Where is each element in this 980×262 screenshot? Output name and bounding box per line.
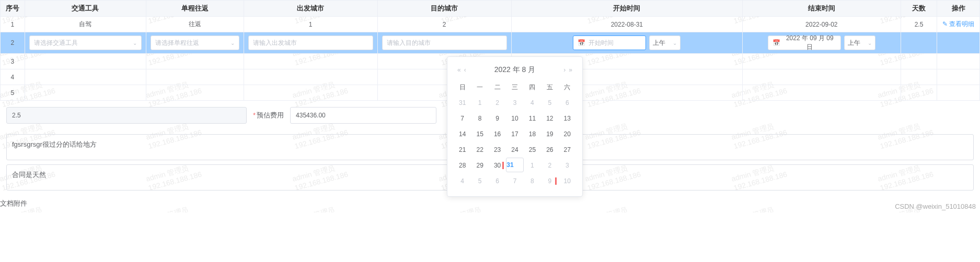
cell-seq: 1 xyxy=(1,17,25,32)
th-op: 操作 xyxy=(937,1,980,17)
transport-select[interactable]: 请选择交通工具⌄ xyxy=(29,35,142,50)
end-date-input[interactable]: 📅 2022 年 09 月 09 日 xyxy=(768,35,841,50)
cell-days: 2.5 xyxy=(901,17,937,32)
date-picker-popup: « ‹ 2022 年 8 月 › » 日一二三四五六 3112345678910… xyxy=(447,56,583,197)
date-cell[interactable]: 26 xyxy=(541,142,558,158)
date-cell[interactable]: 21 xyxy=(454,142,471,158)
date-cell[interactable]: 16 xyxy=(489,126,506,142)
next-month-button[interactable]: › xyxy=(562,66,567,74)
th-roundtrip: 单程往返 xyxy=(146,1,244,17)
start-ampm-select[interactable]: 上午⌄ xyxy=(649,35,681,50)
th-end-time: 结束时间 xyxy=(742,1,901,17)
date-cell[interactable]: 12 xyxy=(541,111,558,126)
date-cell[interactable]: 10 xyxy=(506,111,523,126)
prev-month-button[interactable]: ‹ xyxy=(463,66,468,74)
roundtrip-select[interactable]: 请选择单程往返⌄ xyxy=(151,35,239,50)
table-row[interactable]: 1 自驾 往返 1 2 2022-08-31 2022-09-02 2.5 ✎ … xyxy=(1,17,980,32)
dow-header: 日 xyxy=(454,80,471,95)
date-cell[interactable]: 1 xyxy=(524,158,541,173)
date-cell[interactable]: 31 xyxy=(506,158,523,172)
cell-roundtrip: 往返 xyxy=(146,17,244,32)
cell-op xyxy=(937,32,980,54)
date-cell[interactable]: 6 xyxy=(489,173,506,189)
prev-year-button[interactable]: « xyxy=(456,66,463,74)
date-cell[interactable]: 13 xyxy=(559,111,576,126)
calendar-icon: 📅 xyxy=(578,39,585,46)
date-cell[interactable]: 24 xyxy=(506,142,523,158)
chevron-down-icon: ⌄ xyxy=(133,40,137,46)
date-cell[interactable]: 17 xyxy=(506,126,523,142)
chevron-down-icon: ⌄ xyxy=(868,40,872,46)
fee-input[interactable]: 435436.00 xyxy=(290,107,436,124)
date-cell[interactable]: 11 xyxy=(524,111,541,126)
date-cell[interactable]: 20 xyxy=(559,126,576,142)
date-cell[interactable]: 22 xyxy=(471,142,488,158)
date-cell[interactable]: 4 xyxy=(454,173,471,189)
date-cell[interactable]: 2 xyxy=(489,95,506,111)
date-cell[interactable]: 15 xyxy=(471,126,488,142)
fee-label: *预估费用 xyxy=(253,111,284,120)
date-cell[interactable]: 7 xyxy=(454,111,471,126)
cell-start: 2022-08-31 xyxy=(511,17,742,32)
date-cell[interactable]: 30 xyxy=(489,158,506,173)
date-cell[interactable]: 10 xyxy=(559,173,576,189)
cell-end: 2022-09-02 xyxy=(742,17,901,32)
cell-seq: 4 xyxy=(1,69,25,85)
attachment-label: 文档附件 xyxy=(0,195,980,212)
date-cell[interactable]: 2 xyxy=(541,158,558,173)
date-cell[interactable]: 4 xyxy=(524,95,541,111)
th-depart-city: 出发城市 xyxy=(244,1,377,17)
dow-header: 六 xyxy=(559,80,576,95)
cell-seq: 2 xyxy=(1,32,25,54)
th-transport: 交通工具 xyxy=(25,1,146,17)
th-seq: 序号 xyxy=(1,1,25,17)
date-cell[interactable]: 18 xyxy=(524,126,541,142)
dow-header: 三 xyxy=(506,80,523,95)
start-date-input[interactable]: 📅 开始时间 xyxy=(573,35,646,50)
next-year-button[interactable]: » xyxy=(567,66,574,74)
th-dest-city: 目的城市 xyxy=(377,1,511,17)
cell-seq: 5 xyxy=(1,85,25,101)
date-cell[interactable]: 1 xyxy=(471,95,488,111)
date-cell[interactable]: 29 xyxy=(471,158,488,173)
table-row[interactable]: 2 请选择交通工具⌄ 请选择单程往返⌄ 请输入出发城市 请输入目的城市 📅 开始… xyxy=(1,32,980,54)
date-cell[interactable]: 6 xyxy=(559,95,576,111)
date-cell[interactable]: 19 xyxy=(541,126,558,142)
date-cell[interactable]: 8 xyxy=(524,173,541,189)
cell-depart: 1 xyxy=(244,17,377,32)
date-cell[interactable]: 14 xyxy=(454,126,471,142)
edit-icon: ✎ xyxy=(942,20,948,28)
datepicker-title: 2022 年 8 月 xyxy=(468,65,562,75)
cell-days xyxy=(901,32,937,54)
date-cell[interactable]: 23 xyxy=(489,142,506,158)
end-ampm-select[interactable]: 上午⌄ xyxy=(844,35,875,50)
date-cell[interactable]: 9 xyxy=(541,173,558,189)
date-cell[interactable]: 7 xyxy=(506,173,523,189)
dow-header: 二 xyxy=(489,80,506,95)
dow-header: 一 xyxy=(471,80,488,95)
date-cell[interactable]: 5 xyxy=(471,173,488,189)
cell-seq: 3 xyxy=(1,54,25,69)
cell-dest: 2 xyxy=(377,17,511,32)
date-cell[interactable]: 5 xyxy=(541,95,558,111)
chevron-down-icon: ⌄ xyxy=(230,40,235,46)
date-cell[interactable]: 25 xyxy=(524,142,541,158)
date-cell[interactable]: 27 xyxy=(559,142,576,158)
calendar-icon: 📅 xyxy=(773,39,780,46)
days-total-input[interactable]: 2.5 xyxy=(6,107,247,124)
dest-city-input[interactable]: 请输入目的城市 xyxy=(382,35,507,50)
cell-transport: 自驾 xyxy=(25,17,146,32)
date-cell[interactable]: 9 xyxy=(489,111,506,126)
dow-header: 四 xyxy=(524,80,541,95)
depart-city-input[interactable]: 请输入出发城市 xyxy=(248,35,373,50)
th-start-time: 开始时间 xyxy=(511,1,742,17)
chevron-down-icon: ⌄ xyxy=(673,40,677,46)
date-cell[interactable]: 28 xyxy=(454,158,471,173)
date-cell[interactable]: 8 xyxy=(471,111,488,126)
th-days: 天数 xyxy=(901,1,937,17)
date-cell[interactable]: 31 xyxy=(454,95,471,111)
date-cell[interactable]: 3 xyxy=(559,158,576,173)
view-detail-link[interactable]: ✎ 查看明细 xyxy=(942,20,974,28)
dow-header: 五 xyxy=(541,80,558,95)
date-cell[interactable]: 3 xyxy=(506,95,523,111)
